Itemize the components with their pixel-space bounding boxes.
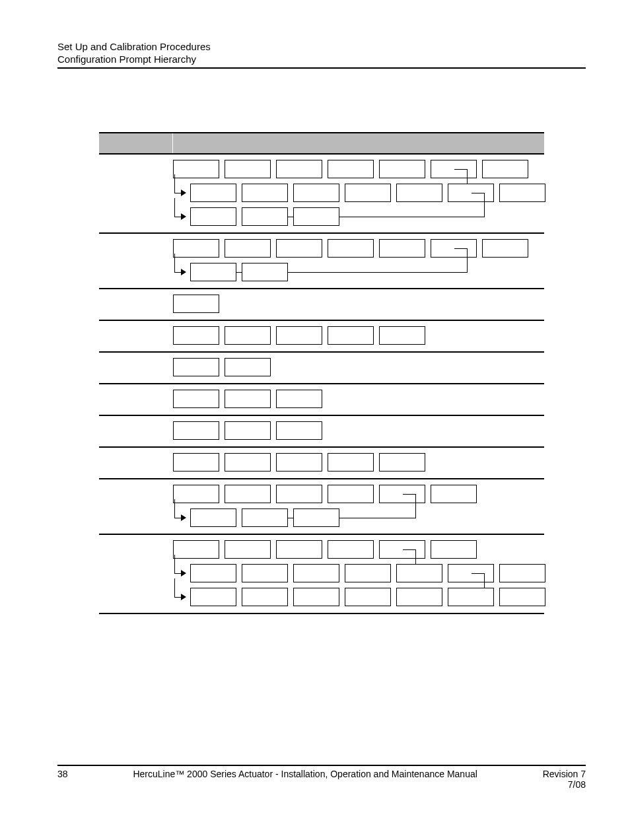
section-inner [99, 540, 544, 606]
return-stub [403, 494, 416, 495]
prompt-cell [293, 184, 339, 202]
prompt-cell [345, 564, 391, 582]
prompt-cell [173, 390, 219, 408]
prompt-row [173, 207, 544, 226]
prompt-cell [173, 326, 219, 345]
prompt-cell [396, 564, 442, 582]
prompt-cell [482, 239, 528, 258]
prompt-row [173, 160, 544, 178]
prompt-cell [276, 540, 322, 559]
prompt-row [173, 239, 544, 258]
footer-date: 7/08 [57, 779, 586, 790]
prompt-cell [276, 390, 322, 408]
prompt-cell [396, 588, 442, 606]
prompt-cell [225, 160, 271, 178]
footer-revision: Revision 7 [543, 769, 586, 779]
prompt-cell [448, 564, 494, 582]
table-section [99, 384, 544, 416]
prompt-cell [190, 588, 236, 606]
arrowhead-icon [181, 213, 186, 220]
prompt-cell [379, 239, 425, 258]
prompt-cell [499, 588, 545, 606]
prompt-cell [379, 540, 425, 559]
prompt-cell [379, 485, 425, 503]
page-header: Set Up and Calibration Procedures Config… [57, 41, 586, 69]
section-inner [99, 453, 544, 472]
prompt-cell [173, 540, 219, 559]
prompt-row [173, 453, 544, 472]
prompt-cell [293, 588, 339, 606]
header-line-1: Set Up and Calibration Procedures [57, 41, 586, 52]
table-section [99, 535, 544, 614]
arrowhead-icon [181, 514, 186, 521]
prompt-cell [242, 207, 288, 226]
table-section [99, 289, 544, 321]
prompt-cell [379, 160, 425, 178]
prompt-cell [173, 485, 219, 503]
prompt-cell [242, 508, 288, 527]
table-section [99, 234, 544, 289]
prompt-row [173, 263, 544, 281]
return-stub [454, 169, 468, 170]
section-inner [99, 239, 544, 281]
prompt-cell [431, 485, 477, 503]
prompt-cell [396, 184, 442, 202]
prompt-cell [276, 160, 322, 178]
return-stub [472, 193, 485, 193]
prompt-row [173, 184, 544, 202]
prompt-cell [225, 485, 271, 503]
hierarchy-table [99, 132, 544, 614]
header-rule [57, 67, 586, 69]
table-section [99, 321, 544, 353]
prompt-row [173, 485, 544, 503]
table-section [99, 448, 544, 479]
prompt-row [173, 508, 544, 527]
footer-page-number: 38 [57, 769, 68, 779]
continuation-arrow-icon [173, 508, 185, 527]
prompt-cell [242, 588, 288, 606]
table-header-col-prompts [173, 133, 544, 153]
prompt-cell [276, 485, 322, 503]
arrowhead-icon [181, 570, 186, 577]
prompt-row [173, 358, 544, 376]
return-stub [472, 573, 485, 574]
prompt-cell [173, 453, 219, 472]
section-inner [99, 421, 544, 440]
continuation-arrow-icon [173, 588, 185, 606]
prompt-cell [242, 184, 288, 202]
prompt-cell [225, 326, 271, 345]
prompt-cell [431, 160, 477, 178]
prompt-row [173, 421, 544, 440]
prompt-cell [190, 184, 236, 202]
prompt-cell [225, 453, 271, 472]
prompt-cell [328, 160, 374, 178]
prompt-cell [276, 239, 322, 258]
footer-line: 38 HercuLine™ 2000 Series Actuator - Ins… [57, 769, 586, 779]
table-section [99, 155, 544, 234]
prompt-cell [499, 184, 545, 202]
document-page: Set Up and Calibration Procedures Config… [0, 0, 630, 840]
prompt-cell [190, 564, 236, 582]
prompt-cell [190, 207, 236, 226]
prompt-cell [173, 160, 219, 178]
return-stub [454, 248, 468, 249]
table-section [99, 353, 544, 384]
prompt-cell [225, 239, 271, 258]
prompt-row [173, 540, 544, 559]
prompt-row [173, 295, 544, 313]
section-inner [99, 390, 544, 408]
prompt-cell [345, 184, 391, 202]
prompt-cell [345, 588, 391, 606]
prompt-row [173, 588, 544, 606]
prompt-cell [431, 239, 477, 258]
prompt-cell [499, 564, 545, 582]
prompt-cell [173, 239, 219, 258]
prompt-cell [328, 326, 374, 345]
footer-manual-title: HercuLine™ 2000 Series Actuator - Instal… [68, 769, 543, 779]
prompt-cell [173, 421, 219, 440]
prompt-cell [482, 160, 528, 178]
prompt-cell [173, 295, 219, 313]
section-inner [99, 358, 544, 376]
footer-rule [57, 765, 586, 766]
arrowhead-icon [181, 269, 186, 275]
